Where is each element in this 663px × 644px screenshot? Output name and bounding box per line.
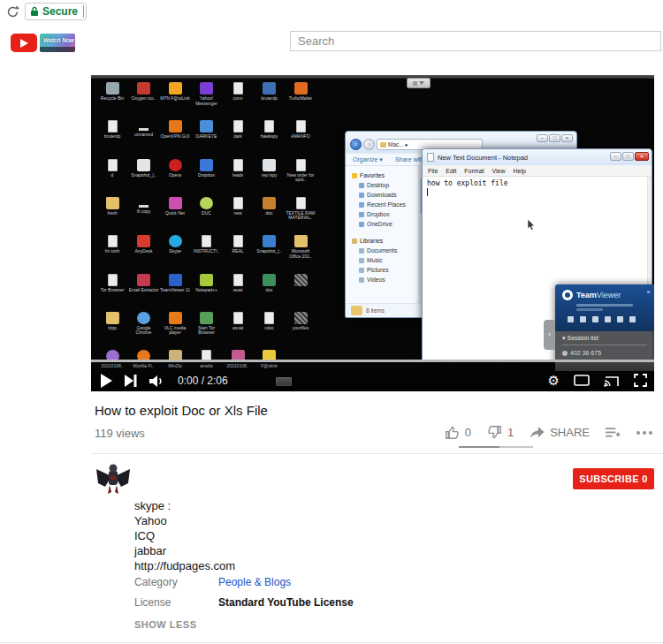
playlist-add-icon [606, 427, 621, 439]
dislike-button[interactable]: 1 [487, 425, 514, 440]
view-count: 119 views [95, 427, 145, 440]
notepad-menubar: FileEditFormatViewHelp [423, 165, 652, 177]
gear-icon: ⚙ [548, 374, 560, 387]
license-text-blur [576, 304, 633, 307]
desktop-icon: fm tosh [97, 235, 127, 254]
participant-row: 402 36 675 [562, 350, 654, 356]
channel-avatar[interactable] [95, 460, 132, 497]
desktop-icon: VLC media player [160, 312, 190, 336]
desktop-icon: Snapshot_).. [255, 235, 285, 254]
folder-icon [351, 306, 362, 315]
text-caret [83, 5, 84, 18]
cast-button[interactable] [604, 375, 620, 387]
search-input[interactable] [290, 31, 661, 51]
like-ratio-bar [459, 446, 533, 448]
libraries-header: Libraries [352, 236, 418, 246]
minimize-icon: – [537, 134, 548, 142]
explorer-libraries: DocumentsMusicPicturesVideos [352, 246, 418, 284]
explorer-item: Documents [352, 246, 418, 255]
page-divider [0, 642, 663, 643]
maximize-icon: □ [622, 152, 634, 161]
library-icon [352, 239, 357, 244]
youtube-watch-page: Secure Watch Now Recycle BinOxygen ico..… [0, 0, 663, 644]
desktop-icon: fresh [97, 197, 127, 216]
desktop-icon: MTN F@stLink [160, 82, 190, 102]
desktop-icon: dark [223, 120, 253, 140]
category-link[interactable]: People & Blogs [218, 576, 291, 588]
settings-button[interactable]: ⚙ [548, 374, 560, 387]
desktop-icon: Opera [160, 159, 190, 178]
description-line: skype : [134, 498, 235, 513]
close-icon: × [635, 152, 649, 161]
notepad-menu-item: Format [464, 168, 484, 174]
video-actions: 0 1 SHARE [445, 425, 652, 440]
fullscreen-icon [634, 374, 647, 387]
explorer-item: Recent Places [352, 200, 418, 209]
desktop-icon: yourfiles [286, 312, 316, 331]
desktop-icon: Start Tor Browser [192, 312, 222, 336]
folder-icon [380, 142, 386, 148]
progress-bar[interactable] [91, 360, 654, 362]
volume-button[interactable] [149, 375, 165, 388]
desktop-icon: New order for spot.. [286, 159, 316, 183]
youtube-header: Watch Now [0, 24, 663, 66]
desktop-icon: rep lspy [255, 159, 285, 178]
video-title: How to exploit Doc or Xls File [95, 403, 268, 418]
notepad-title: New Text Document - Notepad [438, 154, 528, 162]
desktop-icon: DUC [192, 197, 222, 216]
like-count: 0 [465, 426, 471, 439]
user-icon [562, 351, 568, 356]
thumbs-up-icon [445, 425, 460, 440]
cast-icon [604, 375, 620, 387]
desktop-icon: new [223, 197, 253, 216]
desktop-icon: vdoc [255, 312, 285, 331]
mouse-cursor-icon [527, 219, 536, 231]
play-button[interactable] [100, 374, 112, 388]
desktop-icon: TurboMailer [286, 82, 316, 102]
add-to-playlist-button[interactable] [606, 427, 621, 439]
miniplayer-icon [574, 375, 590, 386]
subscribe-button[interactable]: SUBSCRIBE 0 [573, 468, 654, 489]
like-button[interactable]: 0 [445, 425, 471, 440]
item-count: 8 items [366, 307, 385, 314]
desktop-icon: tripp [97, 312, 127, 331]
miniplayer-button[interactable] [574, 375, 590, 386]
fullscreen-button[interactable] [634, 374, 647, 387]
desktop-icon: unnamed [129, 120, 159, 138]
video-player[interactable]: Recycle BinOxygen ico..MTN F@stLinkYahoo… [91, 75, 654, 391]
more-actions-button[interactable] [636, 431, 652, 435]
secure-label: Secure [42, 5, 78, 18]
desktop-icon: Snapshot_).. [129, 159, 159, 178]
description-line: Yahoo [134, 513, 235, 528]
category-label: Category [134, 576, 178, 588]
next-button[interactable] [125, 375, 137, 387]
watch-now-badge[interactable]: Watch Now [40, 34, 75, 52]
desktop-icon: Google Chrome [129, 312, 159, 336]
show-less-button[interactable]: SHOW LESS [134, 619, 197, 630]
volume-icon [149, 375, 165, 388]
desktop-icon: hawkspy [255, 120, 285, 140]
desktop-icon: REAL [223, 235, 253, 254]
explorer-item: Downloads [352, 190, 418, 200]
lock-icon [30, 6, 39, 17]
youtube-logo[interactable] [11, 34, 37, 52]
desktop-icon: wuat [223, 274, 253, 293]
description-line: jabbar [134, 543, 235, 558]
desktop-icon: doc [255, 274, 285, 293]
watch-now-label: Watch Now [40, 34, 75, 43]
desktop-icon: AMANFO [286, 120, 316, 140]
address-text: Mac... ▸ [388, 141, 408, 148]
share-button[interactable]: SHARE [530, 426, 590, 439]
share-icon [530, 426, 545, 439]
desktop-icon: Skype [160, 235, 190, 254]
session-list-label: ▾ Session list [562, 335, 647, 345]
close-icon: × [561, 134, 573, 142]
teamviewer-panel: TeamViewer × ▾ Session list 402 36 675 ‹ [555, 284, 654, 371]
desktop-icon: Ill copy [129, 197, 159, 215]
address-bar[interactable]: Secure [25, 3, 87, 20]
license-text-blur [576, 308, 603, 311]
desktop-icon: leads [223, 159, 253, 178]
forward-icon: › [363, 139, 375, 150]
reload-button[interactable] [5, 4, 20, 19]
desktop-icon: INSTRUCTI.. [192, 235, 222, 254]
